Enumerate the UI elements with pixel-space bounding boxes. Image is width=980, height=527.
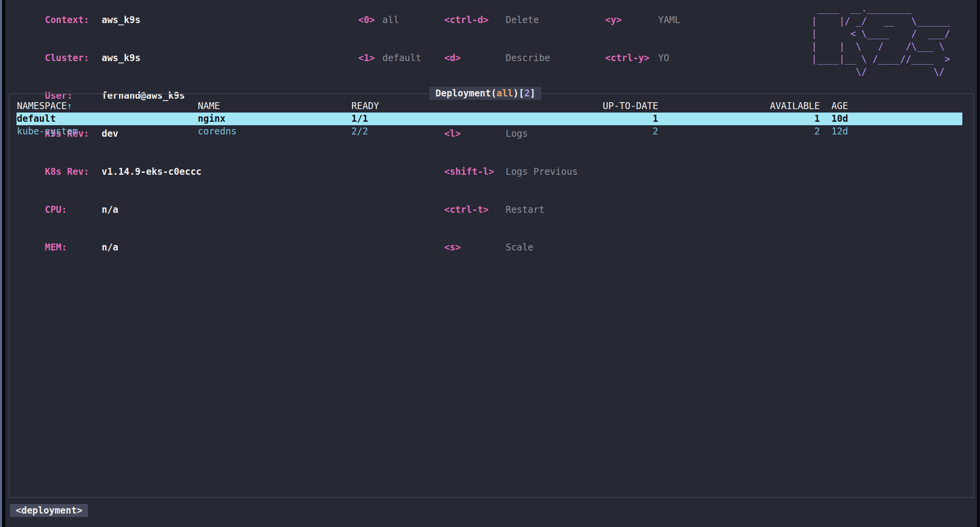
hotkeys-namespaces: <0>all <1>default [325, 1, 421, 77]
header-name: NAME [198, 100, 220, 113]
hotkey-yaml: <y>YAML [572, 1, 680, 39]
hotkey-all: <0>all [325, 1, 421, 39]
hotkey-delete-key: <ctrl-d> [444, 14, 506, 27]
header-namespace-label: NAMESPACE [17, 101, 67, 111]
header-available: AVAILABLE [746, 100, 820, 113]
hotkey-yo: <ctrl-y>YO [572, 39, 680, 77]
hotkey-describe-label: Describe [506, 53, 550, 63]
row-age: 12d [831, 125, 848, 138]
hotkey-default: <1>default [325, 39, 421, 77]
info-label-context: Context: [45, 14, 102, 27]
row-name: coredns [198, 125, 237, 138]
table-title-scope: all [497, 88, 513, 99]
breadcrumb-deployment[interactable]: <deployment> [10, 504, 88, 517]
row-namespace: kube-system [17, 125, 78, 138]
info-row-cluster: Cluster:aws_k9s [12, 39, 202, 77]
hotkey-yaml-key: <y> [605, 14, 658, 27]
row-available: 2 [746, 125, 820, 138]
table-row-coredns[interactable]: kube-system coredns 2/2 2 2 12d [17, 125, 962, 138]
table-title-count: 2 [524, 88, 530, 99]
row-namespace: default [17, 113, 56, 125]
hotkey-describe-key: <d> [444, 52, 506, 65]
hotkey-yaml-label: YAML [658, 15, 680, 25]
row-ready: 1/1 [351, 113, 368, 125]
row-up-to-date: 1 [554, 113, 658, 125]
table-title-mid: )[ [513, 88, 524, 99]
sort-ascending-icon: ↑ [67, 101, 72, 111]
hotkey-default-key: <1> [358, 52, 382, 65]
row-name: nginx [198, 113, 225, 125]
table-title-close: ] [530, 88, 535, 99]
table-title: Deployment(all)[2] [429, 87, 541, 100]
hotkey-yo-key: <ctrl-y> [605, 52, 658, 65]
table-row-nginx[interactable]: default nginx 1/1 1 1 10d [17, 113, 962, 125]
table-header-row: NAMESPACE↑ NAME READY UP-TO-DATE AVAILAB… [17, 100, 962, 113]
hotkeys-yaml: <y>YAML <ctrl-y>YO [572, 1, 680, 77]
k9s-terminal: Context:aws_k9s Cluster:aws_k9s User:fer… [5, 0, 977, 527]
info-label-cluster: Cluster: [45, 52, 102, 65]
table-frame-border [9, 93, 974, 498]
window-left-edge [0, 0, 2, 527]
hotkey-all-label: all [382, 15, 399, 25]
hotkey-yo-label: YO [658, 53, 669, 63]
info-value-context: aws_k9s [102, 15, 141, 25]
row-up-to-date: 2 [554, 125, 658, 138]
hotkey-all-key: <0> [358, 14, 382, 27]
header-up-to-date: UP-TO-DATE [554, 100, 658, 113]
hotkey-describe: <d>Describe [411, 39, 578, 77]
info-row-context: Context:aws_k9s [12, 1, 202, 39]
row-available: 1 [746, 113, 820, 125]
k9s-ascii-logo: ____ __.________ | |/ _/ __ \______ | < … [811, 2, 950, 78]
hotkey-delete: <ctrl-d>Delete [411, 1, 578, 39]
table-title-prefix: Deployment( [435, 88, 497, 99]
header-age: AGE [831, 100, 848, 113]
row-ready: 2/2 [351, 125, 368, 138]
info-value-cluster: aws_k9s [102, 53, 141, 63]
header-ready: READY [351, 100, 379, 113]
hotkey-delete-label: Delete [506, 15, 539, 25]
header-namespace: NAMESPACE↑ [17, 100, 73, 113]
row-age: 10d [831, 113, 848, 125]
